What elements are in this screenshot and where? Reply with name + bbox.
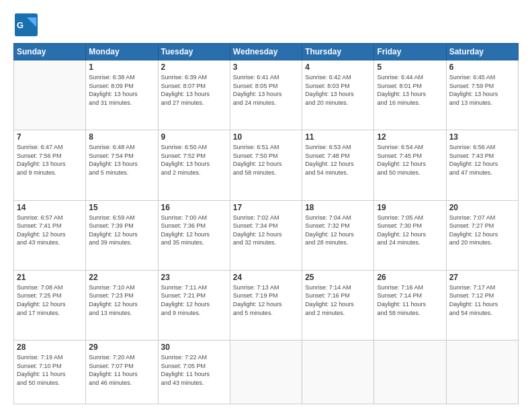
day-info: Sunrise: 6:51 AM Sunset: 7:50 PM Dayligh… [233,143,299,177]
day-number: 30 [161,342,227,352]
calendar-cell: 23Sunrise: 7:11 AM Sunset: 7:21 PM Dayli… [158,270,230,340]
calendar-cell: 3Sunrise: 6:41 AM Sunset: 8:05 PM Daylig… [230,60,302,130]
calendar-cell: 13Sunrise: 6:56 AM Sunset: 7:43 PM Dayli… [446,130,518,200]
day-info: Sunrise: 7:00 AM Sunset: 7:36 PM Dayligh… [161,214,227,247]
calendar-cell: 8Sunrise: 6:48 AM Sunset: 7:54 PM Daylig… [86,130,158,200]
day-number: 6 [449,62,515,72]
weekday-header: Friday [374,44,446,60]
day-number: 14 [17,203,83,212]
day-number: 10 [233,132,299,142]
weekday-header: Monday [86,44,158,60]
day-number: 9 [161,132,227,142]
day-number: 8 [89,132,154,142]
calendar-cell: 6Sunrise: 6:45 AM Sunset: 7:59 PM Daylig… [446,60,518,130]
calendar-week-row: 1Sunrise: 6:38 AM Sunset: 8:09 PM Daylig… [14,60,519,130]
weekday-header: Sunday [14,44,86,60]
day-number: 27 [449,273,515,282]
calendar-week-row: 21Sunrise: 7:08 AM Sunset: 7:25 PM Dayli… [14,270,519,340]
day-info: Sunrise: 6:47 AM Sunset: 7:56 PM Dayligh… [17,143,83,177]
day-number: 24 [233,273,299,282]
calendar-cell: 28Sunrise: 7:19 AM Sunset: 7:10 PM Dayli… [14,340,86,404]
day-number: 15 [89,203,154,212]
day-info: Sunrise: 7:22 AM Sunset: 7:05 PM Dayligh… [161,353,227,387]
calendar-cell: 9Sunrise: 6:50 AM Sunset: 7:52 PM Daylig… [158,130,230,200]
logo: G [13,12,40,36]
calendar-cell: 22Sunrise: 7:10 AM Sunset: 7:23 PM Dayli… [86,270,158,340]
day-info: Sunrise: 6:42 AM Sunset: 8:03 PM Dayligh… [305,73,371,107]
calendar-cell: 30Sunrise: 7:22 AM Sunset: 7:05 PM Dayli… [158,340,230,404]
weekday-header: Thursday [302,44,374,60]
calendar-cell [14,60,86,130]
weekday-header: Tuesday [158,44,230,60]
day-info: Sunrise: 6:41 AM Sunset: 8:05 PM Dayligh… [233,73,299,107]
logo-icon: G [13,12,38,36]
calendar-cell: 15Sunrise: 6:59 AM Sunset: 7:39 PM Dayli… [86,200,158,270]
day-info: Sunrise: 6:54 AM Sunset: 7:45 PM Dayligh… [377,143,443,177]
day-info: Sunrise: 7:07 AM Sunset: 7:27 PM Dayligh… [449,214,515,247]
day-info: Sunrise: 6:56 AM Sunset: 7:43 PM Dayligh… [449,143,515,177]
day-info: Sunrise: 7:02 AM Sunset: 7:34 PM Dayligh… [233,214,299,247]
day-info: Sunrise: 7:16 AM Sunset: 7:14 PM Dayligh… [377,283,443,317]
calendar-cell: 4Sunrise: 6:42 AM Sunset: 8:03 PM Daylig… [302,60,374,130]
day-number: 26 [377,273,443,282]
calendar-week-row: 28Sunrise: 7:19 AM Sunset: 7:10 PM Dayli… [14,340,519,404]
day-info: Sunrise: 7:19 AM Sunset: 7:10 PM Dayligh… [17,353,83,387]
day-info: Sunrise: 7:08 AM Sunset: 7:25 PM Dayligh… [17,283,83,317]
day-info: Sunrise: 6:59 AM Sunset: 7:39 PM Dayligh… [89,214,154,247]
calendar-cell: 7Sunrise: 6:47 AM Sunset: 7:56 PM Daylig… [14,130,86,200]
day-info: Sunrise: 7:11 AM Sunset: 7:21 PM Dayligh… [161,283,227,317]
day-number: 29 [89,342,154,352]
day-info: Sunrise: 6:50 AM Sunset: 7:52 PM Dayligh… [161,143,227,177]
day-number: 21 [17,273,83,282]
day-number: 20 [449,203,515,212]
day-number: 1 [89,62,154,72]
calendar-cell: 29Sunrise: 7:20 AM Sunset: 7:07 PM Dayli… [86,340,158,404]
header: G [13,12,519,36]
calendar-cell: 14Sunrise: 6:57 AM Sunset: 7:41 PM Dayli… [14,200,86,270]
day-info: Sunrise: 7:05 AM Sunset: 7:30 PM Dayligh… [377,214,443,247]
calendar-cell: 5Sunrise: 6:44 AM Sunset: 8:01 PM Daylig… [374,60,446,130]
day-info: Sunrise: 7:13 AM Sunset: 7:19 PM Dayligh… [233,283,299,317]
calendar-cell: 1Sunrise: 6:38 AM Sunset: 8:09 PM Daylig… [86,60,158,130]
calendar-cell: 21Sunrise: 7:08 AM Sunset: 7:25 PM Dayli… [14,270,86,340]
day-info: Sunrise: 6:57 AM Sunset: 7:41 PM Dayligh… [17,214,83,247]
day-number: 19 [377,203,443,212]
calendar-cell [230,340,302,404]
calendar-cell: 18Sunrise: 7:04 AM Sunset: 7:32 PM Dayli… [302,200,374,270]
day-number: 23 [161,273,227,282]
day-number: 25 [305,273,371,282]
calendar-header-row: SundayMondayTuesdayWednesdayThursdayFrid… [14,44,519,60]
calendar-cell: 17Sunrise: 7:02 AM Sunset: 7:34 PM Dayli… [230,200,302,270]
day-info: Sunrise: 7:14 AM Sunset: 7:16 PM Dayligh… [305,283,371,317]
calendar-cell: 19Sunrise: 7:05 AM Sunset: 7:30 PM Dayli… [374,200,446,270]
svg-text:G: G [17,20,24,30]
day-info: Sunrise: 6:45 AM Sunset: 7:59 PM Dayligh… [449,73,515,107]
day-number: 5 [377,62,443,72]
day-info: Sunrise: 6:38 AM Sunset: 8:09 PM Dayligh… [89,73,154,107]
day-number: 2 [161,62,227,72]
page: G SundayMondayTuesdayWednesdayThursdayFr… [0,0,532,411]
calendar-cell: 11Sunrise: 6:53 AM Sunset: 7:48 PM Dayli… [302,130,374,200]
calendar-cell [302,340,374,404]
day-info: Sunrise: 7:04 AM Sunset: 7:32 PM Dayligh… [305,214,371,247]
day-info: Sunrise: 6:44 AM Sunset: 8:01 PM Dayligh… [377,73,443,107]
day-info: Sunrise: 7:17 AM Sunset: 7:12 PM Dayligh… [449,283,515,317]
day-number: 18 [305,203,371,212]
calendar-cell: 27Sunrise: 7:17 AM Sunset: 7:12 PM Dayli… [446,270,518,340]
day-info: Sunrise: 6:39 AM Sunset: 8:07 PM Dayligh… [161,73,227,107]
weekday-header: Saturday [446,44,518,60]
day-number: 3 [233,62,299,72]
calendar-cell: 24Sunrise: 7:13 AM Sunset: 7:19 PM Dayli… [230,270,302,340]
day-number: 22 [89,273,154,282]
day-number: 13 [449,132,515,142]
day-number: 12 [377,132,443,142]
calendar-week-row: 7Sunrise: 6:47 AM Sunset: 7:56 PM Daylig… [14,130,519,200]
calendar-cell [446,340,518,404]
day-number: 16 [161,203,227,212]
calendar-cell [374,340,446,404]
day-info: Sunrise: 7:20 AM Sunset: 7:07 PM Dayligh… [89,353,154,387]
day-info: Sunrise: 6:48 AM Sunset: 7:54 PM Dayligh… [89,143,154,177]
day-number: 11 [305,132,371,142]
calendar-cell: 26Sunrise: 7:16 AM Sunset: 7:14 PM Dayli… [374,270,446,340]
day-number: 28 [17,342,83,352]
